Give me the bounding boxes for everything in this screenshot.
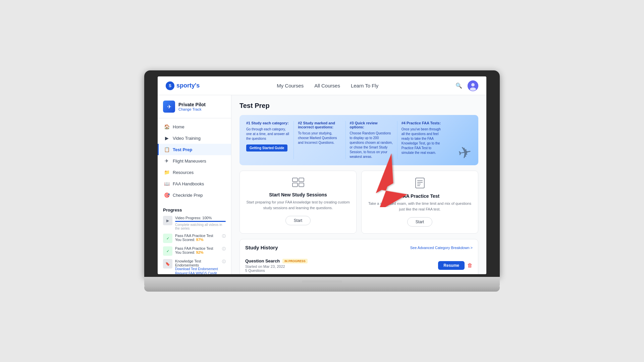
getting-started-banner: #1 Study each category: Go through each … (239, 115, 478, 165)
change-track-link[interactable]: Change Track (178, 107, 206, 111)
sidebar-item-video-training[interactable]: ▶ Video Training (158, 132, 231, 144)
banner-col-1: #1 Study each category: Go through each … (246, 121, 294, 159)
info-icon-1[interactable]: ⓘ (222, 234, 226, 239)
history-item-question-search: Question Search IN PROGRESS Started on M… (245, 255, 473, 274)
progress-bar (175, 221, 226, 222)
progress-section: Progress ▶ Video Progress: 100% Complete (158, 203, 231, 274)
faa-test-start-button[interactable]: Start (407, 217, 432, 227)
video-icon: ▶ (164, 135, 169, 141)
in-progress-badge-1: IN PROGRESS (282, 259, 308, 263)
endorsements-content: Knowledge Test Endorsements Download Tes… (175, 259, 219, 274)
info-icon-3[interactable]: ⓘ (222, 259, 226, 264)
faa1-label: Pass FAA Practice Test (175, 234, 219, 238)
banner-col1-text: Go through each category, one at a time,… (246, 127, 289, 141)
profile-name: Private Pilot (178, 102, 206, 108)
banner-col2-title: #2 Study marked and incorrect questions: (298, 121, 341, 129)
folder-icon: 📁 (164, 170, 169, 175)
sidebar-item-faa-handbooks[interactable]: 📖 FAA Handbooks (158, 178, 231, 189)
faa-practice-test-card: FAA Practice Test Take a simulated exam,… (361, 171, 478, 234)
svg-point-1 (471, 83, 475, 86)
banner-col2-text: To focus your studying, choose Marked Qu… (298, 131, 341, 145)
history-item-count-1: 5 Questions (245, 268, 308, 273)
logo[interactable]: S sporty's (166, 81, 200, 90)
history-item-right-1: Resume 🗑 (438, 261, 473, 270)
advanced-category-link[interactable]: See Advanced Category Breakdown > (410, 246, 473, 250)
sidebar-item-home[interactable]: 🏠 Home (158, 121, 231, 132)
endorsements-label: Knowledge Test Endorsements (175, 259, 219, 267)
endorsements-links: Download Test Endorsement Request FAA WI… (175, 267, 219, 274)
logo-icon: S (166, 81, 174, 90)
download-endorsement-link[interactable]: Download Test Endorsement (175, 267, 219, 271)
sidebar-item-test-prep[interactable]: 📋 Test Prep (158, 144, 231, 155)
banner-col-2: #2 Study marked and incorrect questions:… (294, 121, 345, 159)
history-item-name-1: Question Search (245, 258, 280, 263)
nav-learn-to-fly[interactable]: Learn To Fly (351, 83, 378, 88)
banner-col4-title: #4 Practice FAA Tests: (401, 121, 445, 125)
header-right: 🔍 (455, 80, 478, 91)
banner-col4-text: Once you've been through all the questio… (401, 127, 445, 155)
progress-bar-fill (175, 221, 226, 222)
faa2-score-value: 92% (196, 250, 204, 254)
resume-button-1[interactable]: Resume (438, 261, 465, 270)
study-sessions-title: Start New Study Sessions (269, 192, 327, 197)
progress-title: Progress (163, 207, 226, 213)
history-item-date-1: Started on Mar 23, 2022 (245, 264, 308, 268)
target-icon: 🎯 (164, 192, 169, 198)
nav-my-courses[interactable]: My Courses (277, 83, 304, 88)
home-icon: 🏠 (164, 124, 169, 129)
svg-point-2 (470, 87, 476, 91)
endorsements-icon: 🔖 (163, 259, 172, 268)
video-progress-content: Video Progress: 100% Complete watching a… (175, 216, 226, 230)
sidebar-item-resources[interactable]: 📁 Resources (158, 167, 231, 178)
profile-info: Private Pilot Change Track (178, 102, 206, 112)
sidebar-profile: ✈ Private Pilot Change Track (158, 95, 231, 118)
request-wings-link[interactable]: Request FAA WINGS Credit (175, 272, 219, 274)
progress-item-endorsements: 🔖 Knowledge Test Endorsements Download T… (163, 259, 226, 274)
search-icon[interactable]: 🔍 (455, 82, 462, 89)
sidebar-item-label: Home (173, 124, 184, 129)
video-progress-label: Video Progress: 100% (175, 216, 226, 220)
main-layout: ✈ Private Pilot Change Track 🏠 Home (158, 95, 486, 274)
book-icon: 📖 (164, 181, 169, 186)
sidebar-item-label: Checkride Prep (173, 193, 203, 198)
faa1-content: Pass FAA Practice Test You Scored: 97% (175, 234, 219, 242)
banner-col-3: #3 Quick review options: Choose Random Q… (346, 121, 397, 159)
clipboard-icon: 📋 (164, 147, 169, 152)
faa1-score-value: 97% (196, 238, 204, 242)
banner-columns: #1 Study each category: Go through each … (246, 121, 472, 159)
header-nav: My Courses All Courses Learn To Fly (277, 83, 378, 88)
study-history-header: Study History See Advanced Category Brea… (245, 245, 473, 250)
video-progress-icon: ▶ (163, 216, 172, 225)
study-sessions-card: Start New Study Sessions Start preparing… (239, 171, 357, 234)
banner-col1-title: #1 Study each category: (246, 121, 289, 125)
study-history-title: Study History (245, 245, 278, 250)
faa2-icon: ✓ (163, 246, 172, 256)
faa-test-desc: Take a simulated exam, with the time lim… (367, 201, 473, 212)
avatar[interactable] (468, 80, 478, 91)
faa-test-icon (415, 178, 425, 191)
profile-avatar: ✈ (163, 101, 175, 113)
banner-col3-text: Choose Random Questions to display up to… (350, 131, 393, 159)
cards-row: Start New Study Sessions Start preparing… (239, 171, 478, 234)
sidebar-item-checkride-prep[interactable]: 🎯 Checkride Prep (158, 189, 231, 201)
faa2-label: Pass FAA Practice Test (175, 246, 219, 250)
study-history-section: Study History See Advanced Category Brea… (239, 239, 478, 274)
getting-started-guide-button[interactable]: Getting Started Guide (246, 144, 287, 152)
history-item-left-1: Question Search IN PROGRESS Started on M… (245, 258, 308, 273)
info-icon-2[interactable]: ⓘ (222, 246, 226, 251)
svg-rect-7 (416, 178, 424, 188)
progress-item-faa2: ✓ Pass FAA Practice Test You Scored: 92%… (163, 246, 226, 256)
faa1-icon: ✓ (163, 234, 172, 243)
study-sessions-start-button[interactable]: Start (285, 216, 311, 225)
delete-icon-1[interactable]: 🗑 (467, 262, 473, 268)
sidebar-item-flight-maneuvers[interactable]: ✈ Flight Maneuvers (158, 155, 231, 167)
sidebar: ✈ Private Pilot Change Track 🏠 Home (158, 95, 231, 274)
history-item-name-row-1: Question Search IN PROGRESS (245, 258, 308, 263)
logo-text: sporty's (176, 82, 200, 89)
sidebar-item-label: FAA Handbooks (173, 181, 204, 186)
study-sessions-desc: Start preparing for your FAA knowledge t… (245, 199, 351, 210)
laptop-bottom (144, 286, 500, 292)
progress-item-faa1: ✓ Pass FAA Practice Test You Scored: 97%… (163, 234, 226, 243)
main-content: Test Prep #1 Study each category: Go thr… (231, 95, 486, 274)
nav-all-courses[interactable]: All Courses (314, 83, 340, 88)
